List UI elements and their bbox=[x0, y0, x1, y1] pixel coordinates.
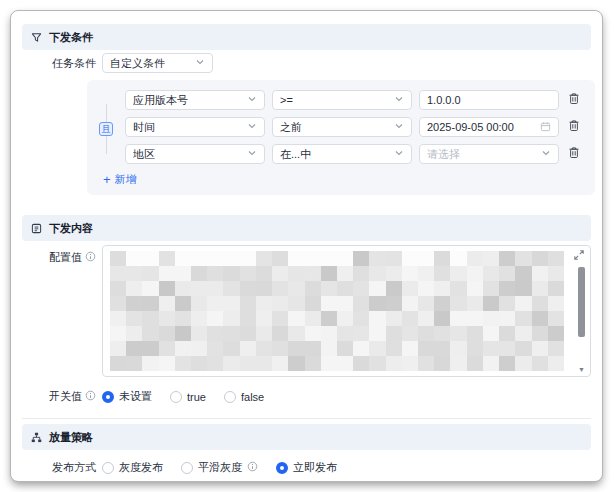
radio-icon bbox=[276, 462, 288, 474]
expand-editor-button[interactable] bbox=[572, 249, 586, 263]
chevron-down-icon bbox=[195, 57, 205, 69]
publish-method-row: 发布方式 灰度发布 平滑灰度 立即发布 bbox=[22, 460, 591, 475]
radio-icon bbox=[102, 391, 114, 403]
logic-and-badge[interactable]: 且 bbox=[99, 122, 113, 136]
chevron-down-icon bbox=[541, 148, 551, 160]
editor-scrollbar-thumb[interactable] bbox=[578, 267, 585, 337]
task-condition-select[interactable]: 自定义条件 bbox=[102, 53, 213, 73]
condition-field-select[interactable]: 应用版本号 bbox=[125, 90, 265, 110]
chevron-down-icon bbox=[394, 94, 404, 106]
condition-value-select[interactable]: 请选择 bbox=[419, 144, 559, 164]
config-value-editor[interactable]: ▼ bbox=[102, 245, 591, 377]
publish-method-label: 发布方式 bbox=[52, 460, 96, 475]
section-divider bbox=[22, 418, 591, 419]
trash-icon bbox=[568, 119, 580, 135]
switch-value-row: 开关值 未设置 true false bbox=[22, 389, 591, 404]
trash-icon bbox=[568, 146, 580, 162]
radio-icon bbox=[224, 391, 236, 403]
section-title: 下发条件 bbox=[49, 30, 93, 45]
delete-condition-button[interactable] bbox=[566, 119, 582, 135]
calendar-icon bbox=[540, 121, 551, 134]
task-condition-value: 自定义条件 bbox=[110, 56, 165, 71]
trash-icon bbox=[568, 92, 580, 108]
add-condition-button[interactable]: + 新增 bbox=[103, 172, 137, 187]
condition-group: 且 应用版本号 >= 时间 之前 bbox=[87, 80, 595, 195]
plus-icon: + bbox=[103, 175, 111, 185]
condition-row: 地区 在...中 请选择 bbox=[125, 144, 583, 164]
chevron-down-icon bbox=[247, 94, 257, 106]
condition-operator-select[interactable]: 在...中 bbox=[272, 144, 412, 164]
chevron-down-icon bbox=[247, 148, 257, 160]
redacted-config-mosaic bbox=[110, 251, 564, 371]
condition-datetime-field[interactable] bbox=[419, 117, 559, 137]
document-icon bbox=[31, 223, 42, 234]
radio-option-smooth-gray[interactable]: 平滑灰度 bbox=[181, 460, 258, 475]
info-icon[interactable] bbox=[247, 461, 258, 474]
condition-row: 时间 之前 bbox=[125, 117, 583, 137]
section-title: 下发内容 bbox=[49, 221, 93, 236]
chevron-down-icon bbox=[394, 121, 404, 133]
radio-option-true[interactable]: true bbox=[170, 391, 206, 403]
sitemap-icon bbox=[31, 432, 42, 443]
config-form-panel: 下发条件 任务条件 自定义条件 且 应用版本号 >= bbox=[10, 10, 603, 482]
info-icon[interactable] bbox=[85, 251, 96, 264]
task-condition-label: 任务条件 bbox=[22, 56, 96, 71]
condition-operator-select[interactable]: 之前 bbox=[272, 117, 412, 137]
condition-operator-select[interactable]: >= bbox=[272, 90, 412, 110]
radio-icon bbox=[102, 462, 114, 474]
radio-option-gray-release[interactable]: 灰度发布 bbox=[102, 460, 163, 475]
radio-icon bbox=[170, 391, 182, 403]
delete-condition-button[interactable] bbox=[566, 146, 582, 162]
delete-condition-button[interactable] bbox=[566, 92, 582, 108]
chevron-down-icon bbox=[394, 148, 404, 160]
radio-option-unset[interactable]: 未设置 bbox=[102, 389, 152, 404]
scrollbar-down-arrow[interactable]: ▼ bbox=[578, 366, 585, 373]
section-title: 放量策略 bbox=[49, 430, 93, 445]
info-icon[interactable] bbox=[85, 390, 96, 403]
condition-field-select[interactable]: 时间 bbox=[125, 117, 265, 137]
condition-row: 应用版本号 >= bbox=[125, 90, 583, 110]
filter-icon bbox=[31, 32, 42, 43]
task-condition-row: 任务条件 自定义条件 bbox=[22, 53, 591, 73]
section-header-delivery-conditions: 下发条件 bbox=[22, 24, 591, 50]
condition-field-select[interactable]: 地区 bbox=[125, 144, 265, 164]
config-value-label: 配置值 bbox=[49, 250, 82, 265]
radio-option-immediate-release[interactable]: 立即发布 bbox=[276, 460, 337, 475]
radio-icon bbox=[181, 462, 193, 474]
condition-value-input[interactable] bbox=[427, 94, 551, 106]
condition-value-field[interactable] bbox=[419, 90, 559, 110]
section-header-rollout-strategy: 放量策略 bbox=[22, 424, 591, 450]
config-value-row: 配置值 ▼ bbox=[22, 245, 591, 377]
expand-icon bbox=[573, 249, 585, 264]
condition-datetime-input[interactable] bbox=[427, 121, 540, 133]
section-header-delivery-content: 下发内容 bbox=[22, 215, 591, 241]
switch-value-label: 开关值 bbox=[49, 389, 82, 404]
chevron-down-icon bbox=[247, 121, 257, 133]
radio-option-false[interactable]: false bbox=[224, 391, 264, 403]
